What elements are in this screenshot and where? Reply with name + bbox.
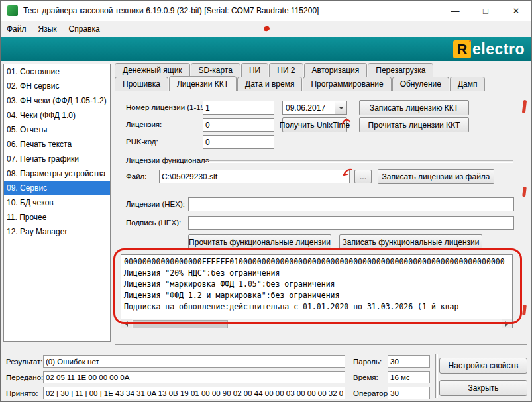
tab-firmware[interactable]: Прошивка [115,77,168,91]
logo-r-badge: R ² [453,40,471,58]
sidebar-item-device-params[interactable]: 08. Параметры устройства [4,166,110,181]
output-line: Лицензия "20% НДС":без ограничения [124,268,509,279]
logo-r-letter: R [457,41,467,57]
close-button[interactable]: ✕ [501,1,531,21]
licenses-hex-input[interactable] [188,197,514,211]
scroll-left-button[interactable] [121,319,132,328]
tab-ni2[interactable]: НИ 2 [269,63,303,77]
write-license-button[interactable]: Записать лицензию ККТ [359,100,469,115]
file-label: Файл: [126,172,146,180]
minimize-button[interactable]: — [440,1,470,21]
date-dropdown-button[interactable] [335,101,346,114]
write-licenses-from-file-button[interactable]: Записать лицензии из файла [378,169,494,184]
sidebar-nav: 01. Состояние 02. ФН сервис 03. ФН чеки … [3,64,111,342]
license-input[interactable] [203,118,274,132]
puk-label: PUK-код: [126,138,158,146]
chevron-down-icon [339,107,344,112]
password-field[interactable] [388,355,430,368]
output-text: 00000000000000000FFFFFF01000000000000000… [121,255,512,321]
sidebar-item-print-text[interactable]: 06. Печать текста [4,137,110,152]
licenses-hex-label: Лицензии (HEX): [126,200,185,208]
license-number-input[interactable] [203,101,274,115]
license-number-label: Номер лицензии (1-15) [126,103,207,111]
group-divider [205,160,513,163]
result-field[interactable] [43,355,345,368]
password-label: Пароль: [353,358,382,366]
output-line: Лицензия "ФФД 1.2 и маркировка":без огра… [124,290,509,301]
sidebar-item-state[interactable]: 01. Состояние [4,64,110,79]
tab-licenses-kkt[interactable]: Лицензии ККТ [169,76,237,91]
functional-licenses-group-title: Лицензии функционала [126,156,209,164]
sent-label: Передано: [6,374,43,381]
tab-date-time[interactable]: Дата и время [237,77,302,91]
status-divider-right [435,354,438,398]
puk-input[interactable] [203,135,274,149]
tab-dump[interactable]: Дамп [450,77,486,91]
scroll-right-icon [505,321,511,327]
menu-file[interactable]: Файл [1,23,32,36]
brand-logo: R ² electro [453,40,525,58]
sidebar-item-pay-manager[interactable]: 12. Pay Manager [4,225,110,239]
sidebar-item-print-graphics[interactable]: 07. Печать графики [4,152,110,166]
logo-text: electro [472,40,525,58]
logo-superscript: ² [469,38,471,46]
output-line: Лицензия "маркировка ФФД 1.05":без огран… [124,279,509,290]
status-divider-left [348,354,350,398]
read-functional-licenses-button[interactable]: Прочитать функциональные лицензии [188,234,331,250]
titlebar: Тест драйвера кассовой техники 6.19.0.9 … [1,1,531,21]
received-label: Принято: [6,389,38,397]
sidebar-item-fn-service[interactable]: 02. ФН сервис [4,79,110,93]
menubar: Файл Язык Справка [1,21,531,37]
tab-reset[interactable]: Обнуление [392,77,449,91]
window-title: Тест драйвера кассовой техники 6.19.0.9 … [23,6,319,15]
tab-ni[interactable]: НИ [241,63,268,77]
operator-label: Оператор: [353,389,390,397]
sidebar-item-service[interactable]: 09. Сервис [4,181,110,195]
sidebar-item-other[interactable]: 11. Прочее [4,210,110,225]
properties-settings-button[interactable]: Настройка свойств [439,358,527,374]
sent-field[interactable] [43,371,345,383]
sidebar-item-fn-checks[interactable]: 03. ФН чеки (ФФД 1.05-1.2) [4,93,110,108]
tab-programming[interactable]: Программирование [303,77,391,91]
license-label: Лицензия: [126,121,162,128]
operator-field[interactable] [388,387,430,399]
received-field[interactable] [43,387,345,399]
browse-file-button[interactable]: ... [354,170,372,183]
time-label: Время: [353,374,378,381]
menu-language[interactable]: Язык [32,23,63,36]
output-memo[interactable]: 00000000000000000FFFFFF01000000000000000… [121,254,513,328]
maximize-button[interactable]: □ [470,1,501,21]
scroll-left-icon [123,321,128,327]
app-icon [7,5,18,16]
sidebar-item-checks[interactable]: 04. Чеки (ФФД 1.0) [4,108,110,123]
tab-sd-card[interactable]: SD-карта [191,63,240,77]
scrollbar-thumb[interactable] [133,320,228,328]
output-line: 00000000000000000FFFFFF01000000000000000… [124,256,509,268]
tab-authorization[interactable]: Авторизация [304,63,368,77]
sidebar-item-reports[interactable]: 05. Отчеты [4,123,110,137]
get-unixtime-button[interactable]: Получить UnixTime [282,117,347,132]
date-value: 09.06.2017 [283,103,335,113]
signature-hex-label: Подпись (HEX): [126,219,181,226]
sidebar-item-db-checks[interactable]: 10. БД чеков [4,195,110,210]
tab-strip-bottom: Прошивка Лицензии ККТ Дата и время Прогр… [115,77,486,91]
read-license-button[interactable]: Прочитать лицензии ККТ [359,117,469,132]
tab-strip-top: Денежный ящик SD-карта НИ НИ 2 Авторизац… [115,63,434,77]
statusbar: Результат: Передано: Принято: Пароль: Вр… [1,352,531,402]
tab-reboot[interactable]: Перезагрузка [368,63,433,77]
horizontal-scrollbar[interactable] [121,319,512,328]
tab-cash-drawer[interactable]: Денежный ящик [115,63,190,77]
close-app-button[interactable]: Закрыть [439,380,527,396]
window-controls: — □ ✕ [440,1,531,21]
menu-help[interactable]: Справка [63,23,106,36]
file-path-input[interactable] [159,170,350,183]
time-field[interactable] [388,371,430,383]
brand-banner: R ² electro [1,37,531,61]
scroll-right-button[interactable] [502,319,512,328]
licenses-panel: Номер лицензии (1-15) 09.06.2017 Записат… [115,91,527,345]
output-line: Подписка на обновление:действительна с 0… [124,301,509,313]
write-functional-licenses-button[interactable]: Записать функциональные лицензии [339,234,482,250]
result-label: Результат: [6,358,43,366]
date-picker[interactable]: 09.06.2017 [282,101,347,115]
signature-hex-input[interactable] [188,216,514,230]
